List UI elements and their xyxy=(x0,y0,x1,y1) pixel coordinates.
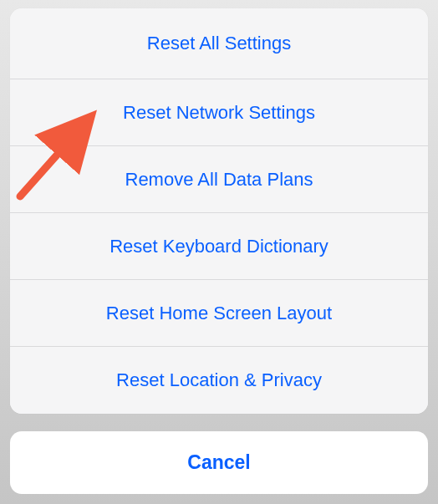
cancel-label: Cancel xyxy=(187,451,250,474)
option-remove-all-data-plans[interactable]: Remove All Data Plans xyxy=(10,146,428,213)
option-label: Remove All Data Plans xyxy=(125,169,313,191)
cancel-sheet: Cancel xyxy=(10,431,428,494)
option-reset-home-screen-layout[interactable]: Reset Home Screen Layout xyxy=(10,280,428,347)
option-label: Reset Location & Privacy xyxy=(116,369,322,391)
option-reset-network-settings[interactable]: Reset Network Settings xyxy=(10,79,428,146)
action-sheet: Reset All Settings Reset Network Setting… xyxy=(10,8,428,414)
option-label: Reset Network Settings xyxy=(123,102,315,124)
option-label: Reset Home Screen Layout xyxy=(106,303,332,324)
option-label: Reset Keyboard Dictionary xyxy=(110,236,328,257)
cancel-button[interactable]: Cancel xyxy=(10,431,428,494)
option-reset-all-settings[interactable]: Reset All Settings xyxy=(10,8,428,79)
option-reset-keyboard-dictionary[interactable]: Reset Keyboard Dictionary xyxy=(10,213,428,280)
option-reset-location-privacy[interactable]: Reset Location & Privacy xyxy=(10,347,428,414)
option-label: Reset All Settings xyxy=(147,33,291,54)
